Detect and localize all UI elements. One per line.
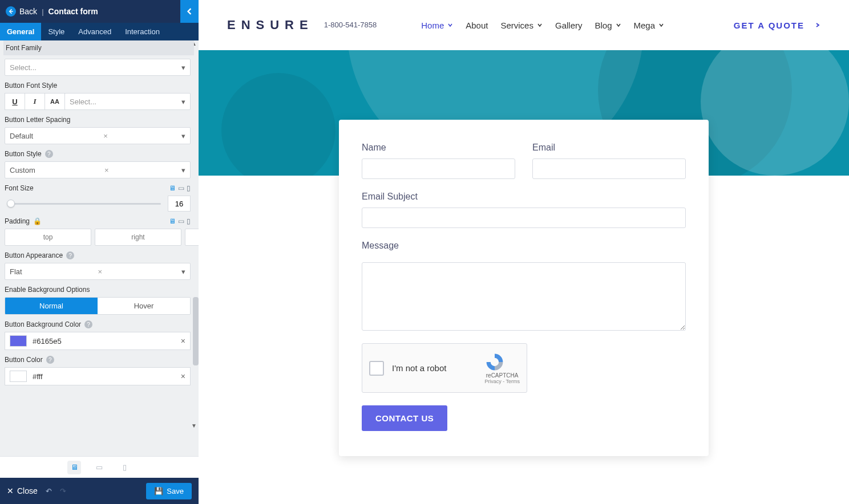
clear-icon[interactable]: × xyxy=(104,166,109,174)
help-icon[interactable]: ? xyxy=(46,356,54,364)
padding-bottom-input[interactable] xyxy=(185,229,199,246)
tab-interaction[interactable]: Interaction xyxy=(118,23,167,40)
scroll-down-icon[interactable]: ▼ xyxy=(191,422,197,429)
tab-advanced[interactable]: Advanced xyxy=(71,23,118,40)
save-button[interactable]: 💾 Save xyxy=(146,483,192,499)
bg-options-toggle: Normal Hover xyxy=(5,297,191,315)
panel-tabs: General Style Advanced Interaction xyxy=(0,23,199,40)
clear-icon[interactable]: × xyxy=(103,132,108,140)
device-preview-bar: 🖥 ▭ ▯ xyxy=(0,456,199,478)
mobile-icon[interactable]: ▯ xyxy=(187,184,191,192)
button-style-select[interactable]: Custom × ▾ xyxy=(5,161,191,178)
save-icon: 💾 xyxy=(154,487,163,495)
italic-button[interactable]: I xyxy=(25,93,45,110)
clear-icon[interactable]: × xyxy=(181,372,185,381)
help-icon[interactable]: ? xyxy=(45,150,53,158)
color-swatch[interactable] xyxy=(10,371,27,382)
panel-title: Contact form xyxy=(48,7,98,16)
get-quote-link[interactable]: GET A QUOTE xyxy=(734,21,820,30)
preview-desktop-button[interactable]: 🖥 xyxy=(67,461,81,474)
message-label: Message xyxy=(362,241,686,251)
nav-home[interactable]: Home xyxy=(421,21,453,30)
desktop-icon[interactable]: 🖥 xyxy=(169,217,176,225)
close-button[interactable]: ✕ Close xyxy=(7,486,38,495)
button-style-label: Button Style ? xyxy=(5,150,191,158)
button-color-input[interactable]: #fff × xyxy=(5,367,191,385)
phone-number: 1-800-541-7858 xyxy=(324,21,377,30)
padding-top-input[interactable] xyxy=(5,229,91,246)
collapse-sidebar-button[interactable] xyxy=(180,0,199,23)
contact-submit-button[interactable]: CONTACT US xyxy=(362,405,447,431)
font-size-input[interactable] xyxy=(168,196,191,212)
font-family-label: Font Family xyxy=(6,44,42,52)
back-button[interactable]: Back xyxy=(19,7,37,16)
recaptcha-badge: reCAPTCHA Privacy - Terms xyxy=(484,352,520,384)
appearance-select[interactable]: Flat × ▾ xyxy=(5,263,191,280)
color-swatch[interactable] xyxy=(10,335,27,347)
nav-gallery[interactable]: Gallery xyxy=(555,21,583,30)
nav-services[interactable]: Services xyxy=(500,21,543,30)
font-size-label: Font Size 🖥 ▭ ▯ xyxy=(5,184,191,192)
recaptcha-brand: reCAPTCHA xyxy=(484,372,520,379)
editor-sidebar: Back | Contact form General Style Advanc… xyxy=(0,0,199,504)
email-input[interactable] xyxy=(532,158,686,179)
letter-spacing-select[interactable]: Default × ▾ xyxy=(5,127,191,144)
clear-icon[interactable]: × xyxy=(98,267,103,276)
lock-icon[interactable]: 🔒 xyxy=(33,217,42,225)
recaptcha-widget[interactable]: I'm not a robot reCAPTCHA Privacy - Term… xyxy=(362,343,527,393)
underline-button[interactable]: U xyxy=(5,93,25,110)
back-icon[interactable] xyxy=(6,6,16,17)
toggle-hover[interactable]: Hover xyxy=(98,298,190,314)
toggle-normal[interactable]: Normal xyxy=(5,298,98,314)
tab-general[interactable]: General xyxy=(0,23,41,40)
mobile-icon[interactable]: ▯ xyxy=(187,217,191,225)
button-font-style-label: Button Font Style xyxy=(5,82,191,90)
redo-button[interactable]: ↷ xyxy=(60,487,66,495)
select-value: Custom xyxy=(10,166,35,174)
contact-form-card: Name Email Email Subject Message xyxy=(339,120,709,456)
uppercase-button[interactable]: AA xyxy=(45,93,65,110)
chevron-down-icon: ▾ xyxy=(181,97,185,106)
nav-about[interactable]: About xyxy=(466,21,488,30)
recaptcha-icon xyxy=(484,352,505,372)
site-header: ENSURE 1-800-541-7858 Home About Service… xyxy=(199,0,849,50)
preview-tablet-button[interactable]: ▭ xyxy=(92,461,106,474)
clear-icon[interactable]: × xyxy=(181,336,185,346)
help-icon[interactable]: ? xyxy=(66,251,74,259)
bg-color-label: Button Background Color ? xyxy=(5,320,191,328)
sidebar-footer: ✕ Close ↶ ↷ 💾 Save xyxy=(0,478,199,504)
recaptcha-checkbox[interactable] xyxy=(369,361,384,376)
appearance-label: Button Appearance ? xyxy=(5,251,191,259)
help-icon[interactable]: ? xyxy=(84,320,92,328)
preview-mobile-button[interactable]: ▯ xyxy=(118,461,131,474)
select-value: Flat xyxy=(10,267,22,276)
sidebar-header: Back | Contact form xyxy=(0,0,199,23)
site-logo[interactable]: ENSURE xyxy=(227,18,314,32)
section-font-family: Font Family xyxy=(3,40,194,55)
font-size-slider[interactable] xyxy=(5,198,163,209)
save-label: Save xyxy=(167,487,184,495)
button-color-label: Button Color ? xyxy=(5,356,191,364)
tablet-icon[interactable]: ▭ xyxy=(178,184,184,192)
bg-color-input[interactable]: #6165e5 × xyxy=(5,332,191,350)
recaptcha-terms[interactable]: Privacy - Terms xyxy=(484,379,520,384)
site-nav: Home About Services Gallery Blog Mega xyxy=(421,21,664,30)
close-icon: ✕ xyxy=(7,486,14,495)
font-family-select[interactable]: Select... ▾ xyxy=(5,59,191,76)
font-style-select[interactable]: Select... ▾ xyxy=(64,93,191,110)
recaptcha-label: I'm not a robot xyxy=(392,363,446,373)
nav-mega[interactable]: Mega xyxy=(634,21,665,30)
message-textarea[interactable] xyxy=(362,262,686,331)
name-label: Name xyxy=(362,143,515,153)
nav-blog[interactable]: Blog xyxy=(595,21,621,30)
color-value: #6165e5 xyxy=(33,337,62,346)
scrollbar-thumb[interactable] xyxy=(193,297,199,365)
tablet-icon[interactable]: ▭ xyxy=(178,217,184,225)
subject-input[interactable] xyxy=(362,208,686,228)
undo-button[interactable]: ↶ xyxy=(46,487,52,495)
padding-right-input[interactable] xyxy=(95,229,181,246)
name-input[interactable] xyxy=(362,158,515,179)
tab-style[interactable]: Style xyxy=(41,23,71,40)
desktop-icon[interactable]: 🖥 xyxy=(169,184,176,192)
chevron-down-icon: ▾ xyxy=(181,166,185,174)
